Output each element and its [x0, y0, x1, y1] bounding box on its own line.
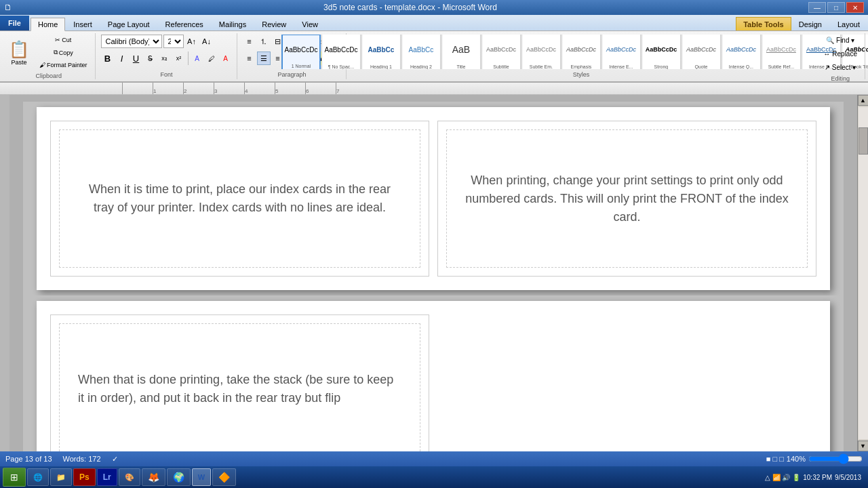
- style-strong-label: Strong: [654, 64, 669, 69]
- taskbar-chrome[interactable]: 🌍: [167, 468, 191, 486]
- system-tray: △ 📶 🔊 🔋 10:32 PM 9/5/2013: [761, 474, 865, 481]
- tab-page-layout[interactable]: Page Layout: [100, 17, 157, 30]
- ruler-mark-3: 3: [214, 83, 244, 95]
- style-h1-preview: AaBbCc: [368, 35, 394, 64]
- taskbar-photoshop2[interactable]: 🎨: [119, 468, 140, 486]
- underline-button[interactable]: U: [130, 52, 143, 65]
- ruler-mark-5: 5: [275, 83, 305, 95]
- style-heading2[interactable]: AaBbCc Heading 2: [401, 35, 441, 69]
- format-painter-button[interactable]: 🖌 Format Painter: [36, 60, 91, 70]
- scroll-thumb[interactable]: [859, 127, 868, 155]
- scroll-up-button[interactable]: ▲: [858, 95, 869, 106]
- style-heading1[interactable]: AaBbCc Heading 1: [361, 35, 401, 69]
- style-quote[interactable]: AaBbCcDc Quote: [682, 35, 721, 69]
- taskbar: ⊞ 🌐 📁 Ps Lr 🎨 🦊 🌍 W 🔶 △ 📶 🔊 🔋 10:32 PM 9…: [0, 466, 868, 488]
- numbering-button[interactable]: ⒈: [257, 35, 271, 48]
- select-button[interactable]: ↗ Select ▾: [821, 62, 860, 73]
- style-strong[interactable]: AaBbCcDc Strong: [642, 35, 681, 69]
- style-normal-preview: AaBbCcDc: [284, 36, 317, 64]
- main-area: When it is time to print, place our inde…: [0, 95, 868, 451]
- scroll-track[interactable]: [859, 107, 868, 439]
- scroll-down-button[interactable]: ▼: [858, 441, 869, 451]
- replace-button[interactable]: ↔ Replace: [820, 48, 861, 60]
- taskbar-lr[interactable]: Lr: [97, 468, 117, 486]
- maximize-button[interactable]: □: [827, 2, 845, 13]
- taskbar-ie[interactable]: 🌐: [27, 468, 49, 486]
- taskbar-vlc[interactable]: 🔶: [212, 468, 236, 486]
- taskbar-firefox[interactable]: 🦊: [142, 468, 165, 486]
- tab-file[interactable]: File: [0, 16, 29, 30]
- strikethrough-button[interactable]: S̶: [144, 52, 157, 65]
- style-emphasis[interactable]: AaBbCcDc Emphasis: [561, 35, 601, 69]
- tab-table-tools[interactable]: Table Tools: [736, 17, 791, 30]
- select-icon: ↗: [825, 64, 830, 71]
- style-subtle-ref-preview: AaBbCcDc: [766, 35, 796, 64]
- font-color-button[interactable]: A: [219, 52, 233, 65]
- close-button[interactable]: ✕: [846, 2, 864, 13]
- style-title-preview: AaB: [452, 35, 470, 64]
- style-h1-label: Heading 1: [370, 64, 392, 69]
- vertical-scrollbar[interactable]: ▲ ▼: [857, 95, 868, 451]
- tab-layout[interactable]: Layout: [830, 17, 867, 30]
- paste-icon: 📋: [9, 40, 29, 59]
- align-left-button[interactable]: ≡: [243, 52, 256, 65]
- copy-button[interactable]: ⧉ Copy: [36, 47, 91, 58]
- tab-home[interactable]: Home: [31, 18, 65, 31]
- style-title[interactable]: AaB Title: [441, 35, 481, 69]
- zoom-slider[interactable]: [808, 455, 863, 463]
- page-1-content: When it is time to print, place our inde…: [37, 107, 830, 290]
- index-card-2[interactable]: When printing, change your print setting…: [437, 121, 816, 277]
- index-card-3[interactable]: When that is done printing, take the sta…: [50, 314, 429, 451]
- style-intense-q[interactable]: AaBbCcDc Intense Q...: [722, 35, 761, 69]
- format-painter-label: Format Painter: [47, 62, 87, 68]
- clock-time: 10:32 PM: [803, 474, 832, 481]
- style-intense-em[interactable]: AaBbCcDc Intense E...: [601, 35, 641, 69]
- taskbar-ps[interactable]: Ps: [73, 468, 96, 486]
- index-card-1[interactable]: When it is time to print, place our inde…: [50, 121, 429, 277]
- ribbon-group-editing: 🔍 Find ▾ ↔ Replace ↗ Select ▾ Editing: [816, 33, 865, 79]
- paragraph-label: Paragraph: [278, 69, 307, 78]
- window-controls: — □ ✕: [808, 2, 864, 13]
- text-effects-button[interactable]: A: [191, 52, 204, 65]
- status-left: Page 13 of 13 Words: 172 ✓: [5, 455, 118, 464]
- font-size-select[interactable]: 20: [163, 35, 184, 48]
- ruler-mark-0: [122, 83, 153, 95]
- font-family-select[interactable]: Calibri (Body): [101, 35, 162, 48]
- style-subtle-em[interactable]: AaBbCcDc Subtle Em.: [521, 35, 561, 69]
- style-no-spacing[interactable]: AaBbCcDc ¶ No Spac...: [321, 35, 361, 69]
- bullets-button[interactable]: ≡: [243, 35, 256, 48]
- document-area[interactable]: When it is time to print, place our inde…: [9, 95, 857, 451]
- grow-font-button[interactable]: A↑: [185, 35, 199, 48]
- start-button[interactable]: ⊞: [3, 468, 26, 487]
- tab-view[interactable]: View: [294, 17, 326, 30]
- align-center-button[interactable]: ☰: [257, 52, 271, 65]
- shrink-font-button[interactable]: A↓: [200, 35, 214, 48]
- italic-button[interactable]: I: [115, 52, 129, 65]
- title-bar: 🗋 3d5 note cards - template.docx - Micro…: [0, 0, 868, 15]
- superscript-button[interactable]: x²: [172, 52, 186, 65]
- tab-review[interactable]: Review: [254, 17, 294, 30]
- styles-ribbon: AaBbCcDc 1 Normal AaBbCcDc ¶ No Spac... …: [281, 35, 868, 69]
- tab-design[interactable]: Design: [791, 17, 829, 30]
- minimize-button[interactable]: —: [808, 2, 826, 13]
- subscript-button[interactable]: x₂: [158, 52, 172, 65]
- style-subtitle[interactable]: AaBbCcDc Subtitle: [481, 35, 521, 69]
- find-button[interactable]: 🔍 Find ▾: [823, 35, 858, 46]
- tab-references[interactable]: References: [158, 17, 211, 30]
- style-h2-label: Heading 2: [410, 64, 432, 69]
- font-label: Font: [161, 69, 173, 78]
- bold-button[interactable]: B: [101, 52, 115, 65]
- tab-insert[interactable]: Insert: [66, 17, 100, 30]
- style-normal[interactable]: AaBbCcDc 1 Normal: [281, 35, 321, 69]
- page-2: When that is done printing, take the sta…: [23, 296, 844, 451]
- paste-button[interactable]: 📋 Paste: [7, 38, 31, 68]
- clock-date: 9/5/2013: [835, 474, 861, 481]
- tray-icons: △ 📶 🔊 🔋: [765, 474, 800, 481]
- highlight-button[interactable]: 🖊: [205, 52, 218, 65]
- taskbar-word[interactable]: W: [192, 468, 211, 486]
- cut-button[interactable]: ✂ Cut: [36, 35, 91, 45]
- tab-mailings[interactable]: Mailings: [212, 17, 254, 30]
- style-subtle-ref[interactable]: AaBbCcDc Subtle Ref...: [762, 35, 801, 69]
- window-title: 3d5 note cards - template.docx - Microso…: [12, 3, 808, 12]
- taskbar-explorer[interactable]: 📁: [50, 468, 72, 486]
